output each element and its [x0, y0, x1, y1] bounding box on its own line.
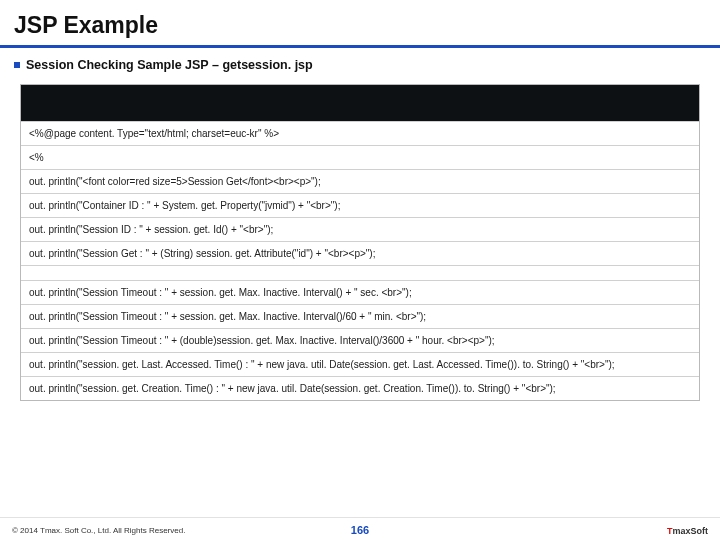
- slide-title: JSP Example: [0, 0, 720, 45]
- code-line: out. println("Session Timeout : " + (dou…: [21, 329, 699, 353]
- code-line: out. println("Session Timeout : " + sess…: [21, 305, 699, 329]
- code-line: out. println("<font color=red size=5>Ses…: [21, 170, 699, 194]
- subtitle-file: getsession. jsp: [222, 58, 312, 72]
- slide: JSP Example Session Checking Sample JSP …: [0, 0, 720, 540]
- code-box: <%@page content. Type="text/html; charse…: [20, 84, 700, 401]
- code-gap: [21, 266, 699, 281]
- code-header-dark: [21, 85, 699, 122]
- code-line: out. println("Container ID : " + System.…: [21, 194, 699, 218]
- code-line: out. println("session. get. Last. Access…: [21, 353, 699, 377]
- subtitle-prefix: Session Checking Sample JSP –: [26, 58, 222, 72]
- footer: © 2014 Tmax. Soft Co., Ltd. All Rights R…: [0, 517, 720, 540]
- logo: TmaxSoft: [667, 526, 708, 536]
- subtitle: Session Checking Sample JSP – getsession…: [0, 48, 720, 72]
- copyright: © 2014 Tmax. Soft Co., Ltd. All Rights R…: [12, 526, 185, 535]
- code-line: <%: [21, 146, 699, 170]
- code-line: out. println("session. get. Creation. Ti…: [21, 377, 699, 400]
- code-line: out. println("Session ID : " + session. …: [21, 218, 699, 242]
- code-line: <%@page content. Type="text/html; charse…: [21, 122, 699, 146]
- logo-rest: maxSoft: [672, 526, 708, 536]
- code-line: out. println("Session Timeout : " + sess…: [21, 281, 699, 305]
- page-number: 166: [351, 524, 369, 536]
- code-line: out. println("Session Get : " + (String)…: [21, 242, 699, 266]
- bullet-icon: [14, 62, 20, 68]
